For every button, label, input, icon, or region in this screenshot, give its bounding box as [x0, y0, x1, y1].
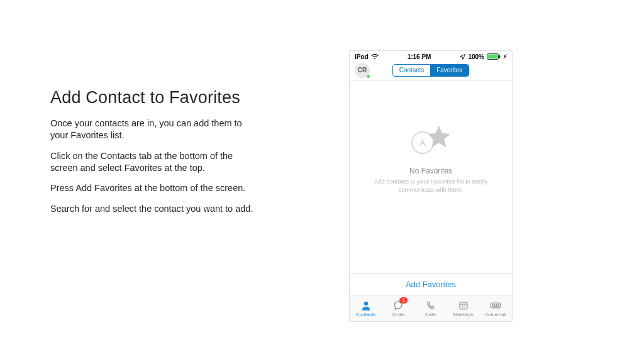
svg-rect-1 — [487, 55, 497, 59]
presence-indicator — [366, 74, 370, 79]
instructions-heading: Add Contact to Favorites — [50, 88, 258, 107]
svg-text:17: 17 — [461, 305, 465, 309]
device-label: iPod — [355, 53, 369, 60]
tab-calls-label: Calls — [425, 312, 436, 317]
battery-icon — [487, 53, 501, 60]
avatar-initials: CR — [358, 67, 367, 74]
contacts-icon — [361, 300, 371, 311]
tab-chats-label: Chats — [392, 312, 405, 317]
tab-calls[interactable]: Calls — [414, 295, 447, 321]
add-favorites-bar: Add Favorites — [350, 273, 512, 295]
instructions-panel: Add Contact to Favorites Once your conta… — [50, 88, 258, 224]
svg-point-3 — [364, 301, 368, 305]
tab-voicemail[interactable]: Voicemail — [479, 295, 512, 321]
status-time: 1:16 PM — [408, 53, 431, 60]
navbar: CR Contacts Favorites — [350, 62, 512, 81]
tab-contacts-label: Contacts — [356, 312, 376, 317]
instructions-p4: Search for and select the contact you wa… — [50, 203, 258, 215]
meetings-icon: 17 — [458, 300, 469, 311]
add-favorites-button[interactable]: Add Favorites — [406, 280, 456, 289]
tab-chats[interactable]: 1 Chats — [382, 295, 415, 321]
instructions-p2: Click on the Contacts tab at the bottom … — [50, 150, 258, 174]
empty-title: No Favorites — [362, 167, 499, 175]
tab-contacts[interactable]: Contacts — [350, 295, 382, 321]
tab-bar: Contacts 1 Chats Calls 17 Meetings — [350, 295, 512, 321]
empty-graphic: A — [409, 126, 453, 158]
instructions-p1: Once your contacts are in, you can add t… — [50, 118, 258, 141]
charging-icon: ⚡︎ — [503, 53, 507, 60]
segmented-control: Contacts Favorites — [392, 64, 470, 77]
svg-point-8 — [492, 304, 495, 307]
empty-subtitle: Add contacts to your Favorites list to e… — [362, 178, 499, 194]
wifi-icon — [371, 54, 379, 60]
status-bar: iPod 1:16 PM 100% ⚡︎ — [350, 51, 512, 62]
tab-meetings[interactable]: 17 Meetings — [447, 295, 480, 321]
voicemail-icon — [490, 300, 501, 311]
empty-state: A No Favorites Add contacts to your Favo… — [350, 126, 512, 194]
svg-point-9 — [496, 304, 499, 307]
avatar[interactable]: CR — [355, 63, 370, 78]
battery-pct: 100% — [468, 53, 484, 60]
location-icon — [460, 54, 465, 60]
tab-voicemail-label: Voicemail — [485, 312, 506, 317]
phone-mockup: iPod 1:16 PM 100% ⚡︎ CR — [349, 50, 513, 322]
calls-icon — [426, 300, 436, 311]
svg-rect-2 — [499, 55, 500, 58]
instructions-p3: Press Add Favorites at the bottom of the… — [50, 182, 258, 194]
tab-meetings-label: Meetings — [453, 312, 473, 317]
seg-contacts[interactable]: Contacts — [393, 65, 430, 76]
star-icon — [426, 125, 452, 151]
chats-badge: 1 — [399, 297, 407, 304]
seg-favorites[interactable]: Favorites — [430, 65, 469, 76]
